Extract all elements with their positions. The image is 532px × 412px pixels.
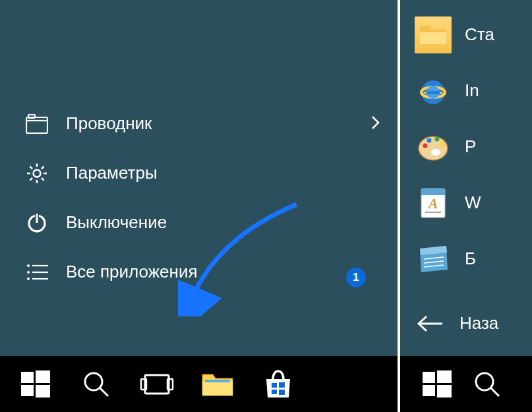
tile-notepad[interactable]: Б [415,231,532,287]
svg-rect-23 [21,385,34,396]
search-icon [473,370,502,399]
svg-point-43 [435,136,440,141]
power-menu-item[interactable]: Выключение [0,198,398,247]
store-taskbar[interactable] [248,356,309,412]
taskbar-right [400,356,532,412]
menu-list: Проводник [0,0,398,356]
all-apps-label: Все приложения [66,262,198,282]
badge-count: 1 [346,268,366,287]
tile-label-1: In [465,80,479,101]
back-button[interactable]: Наза [400,299,532,348]
file-explorer-taskbar[interactable] [187,356,248,412]
svg-rect-34 [279,390,285,395]
start-button-right[interactable] [407,356,467,412]
svg-line-26 [100,388,108,396]
tile-wordpad[interactable]: A W [415,175,532,231]
all-apps-menu-item[interactable]: Все приложения 1 [0,247,398,297]
svg-line-7 [30,166,32,169]
folder-icon [201,370,234,398]
store-icon [262,368,294,400]
svg-rect-24 [36,385,50,397]
explorer-menu-item[interactable]: Проводник [0,99,398,148]
start-menu-right: Ста In [400,0,532,412]
svg-rect-27 [145,375,169,394]
search-icon [82,370,111,399]
svg-point-15 [27,264,30,267]
svg-rect-1 [28,115,35,118]
windows-logo-icon [20,368,51,400]
tile-ie[interactable]: In [415,63,532,119]
tile-label-2: P [465,136,476,157]
svg-rect-53 [423,372,435,383]
svg-point-44 [440,142,445,146]
notepad-icon [415,241,452,278]
chevron-right-icon [371,115,380,132]
svg-rect-46 [421,189,445,195]
svg-rect-55 [423,385,435,396]
task-view-icon [140,370,174,399]
svg-rect-28 [141,379,146,390]
apps-list: Ста In [400,0,532,299]
svg-rect-33 [272,390,277,394]
search-button[interactable] [66,356,127,412]
taskbar-left [0,356,398,412]
svg-point-41 [423,143,428,148]
svg-rect-0 [26,117,47,133]
folder-tile-icon [415,16,452,53]
ie-icon [415,73,452,109]
back-label: Наза [459,313,498,334]
tile-label-0: Ста [465,24,494,45]
svg-rect-30 [205,380,230,382]
svg-line-10 [42,166,44,169]
svg-rect-31 [272,383,277,388]
windows-logo-icon [421,368,453,400]
settings-menu-item[interactable]: Параметры [0,148,398,198]
task-view-button[interactable] [127,356,187,412]
search-button-right[interactable] [467,356,507,412]
back-arrow-icon [415,309,445,339]
svg-point-19 [27,278,30,280]
settings-label: Параметры [66,163,158,183]
wordpad-icon: A [415,185,452,221]
svg-text:A: A [427,195,438,212]
paint-icon [415,129,452,165]
explorer-label: Проводник [66,113,152,134]
svg-point-39 [419,136,448,160]
start-menu-left: Проводник [0,0,398,412]
svg-rect-54 [437,370,452,383]
svg-point-17 [27,271,30,274]
svg-rect-29 [167,379,173,390]
power-icon [25,211,49,235]
start-button[interactable] [5,356,66,412]
svg-point-42 [427,138,432,142]
tile-paint[interactable]: P [415,119,532,175]
svg-point-57 [476,373,493,390]
svg-rect-38 [427,91,440,94]
gear-icon [25,162,49,185]
svg-point-25 [85,373,102,390]
power-label: Выключение [66,212,167,233]
file-explorer-icon [25,112,49,136]
svg-point-40 [431,149,440,156]
svg-rect-22 [36,370,50,383]
svg-rect-32 [279,382,285,388]
all-apps-icon [25,260,49,284]
tile-label-4: Б [465,249,476,269]
svg-rect-21 [21,372,34,383]
svg-line-8 [42,178,44,181]
svg-line-58 [491,388,499,396]
tile-label-3: W [465,192,481,213]
tile-folder[interactable]: Ста [415,7,532,63]
svg-rect-56 [437,385,452,397]
svg-point-2 [34,169,41,177]
svg-line-9 [30,178,32,181]
